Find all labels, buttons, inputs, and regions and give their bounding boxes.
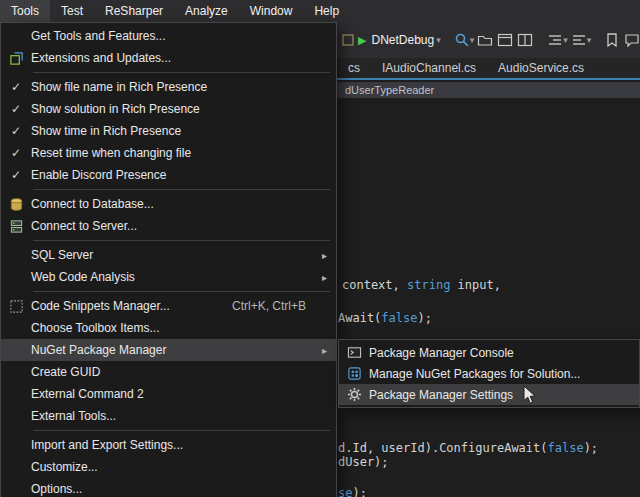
menu-item-label: SQL Server — [31, 248, 336, 262]
menubar-item-resharper[interactable]: ReSharper — [94, 0, 174, 22]
code-text: context, — [342, 278, 407, 292]
debug-target-caret-icon[interactable]: ▾ — [436, 35, 441, 45]
menu-item-label: Code Snippets Manager... — [31, 299, 232, 313]
menubar-item-tools[interactable]: Tools — [0, 0, 50, 22]
bookmark-icon[interactable] — [604, 29, 620, 51]
menu-item-show-solution-rich-presence[interactable]: ✓ Show solution in Rich Presence — [1, 98, 336, 120]
menu-item-label: Show solution in Rich Presence — [31, 102, 336, 116]
server-icon — [1, 219, 31, 234]
menu-item-label: Extensions and Updates... — [31, 51, 336, 65]
start-debugging-icon[interactable]: ▶ — [358, 34, 366, 47]
menu-item-connect-to-server[interactable]: Connect to Server... — [1, 215, 336, 237]
menu-item-label: NuGet Package Manager — [31, 343, 336, 357]
menu-item-label: Manage NuGet Packages for Solution... — [369, 367, 639, 381]
checkmark-icon: ✓ — [1, 80, 31, 94]
checkmark-icon: ✓ — [1, 124, 31, 138]
menu-item-choose-toolbox-items[interactable]: Choose Toolbox Items... — [1, 317, 336, 339]
mouse-cursor — [523, 385, 537, 410]
menu-item-external-tools[interactable]: External Tools... — [1, 405, 336, 427]
menu-item-show-time-rich-presence[interactable]: ✓ Show time in Rich Presence — [1, 120, 336, 142]
menu-item-label: Customize... — [31, 460, 336, 474]
code-keyword: false — [548, 441, 584, 455]
code-text: ); — [352, 486, 366, 497]
open-file-icon[interactable] — [477, 29, 493, 51]
menu-item-options[interactable]: Options... — [1, 478, 336, 497]
menu-item-label: Package Manager Settings — [369, 388, 639, 402]
menu-separator — [33, 430, 330, 431]
menu-item-label: Web Code Analysis — [31, 270, 336, 284]
code-text: input, — [450, 278, 501, 292]
code-line: se); — [338, 486, 367, 497]
menu-item-label: Show time in Rich Presence — [31, 124, 336, 138]
menu-item-import-export-settings[interactable]: Import and Export Settings... — [1, 434, 336, 456]
new-window-icon[interactable] — [497, 29, 513, 51]
split-window-icon[interactable] — [517, 29, 533, 51]
menu-item-label: Create GUID — [31, 365, 336, 379]
menu-item-external-command-2[interactable]: External Command 2 — [1, 383, 336, 405]
find-caret-icon[interactable]: ▾ — [470, 35, 475, 45]
indent-icon[interactable] — [547, 29, 563, 51]
document-tab[interactable]: cs — [337, 58, 371, 78]
menubar-item-help[interactable]: Help — [303, 0, 350, 22]
menu-item-label: Connect to Database... — [31, 197, 336, 211]
code-keyword: false — [381, 311, 417, 325]
console-icon — [339, 345, 369, 360]
code-keyword: string — [407, 278, 450, 292]
submenu-arrow-icon: ▸ — [322, 266, 327, 288]
menu-item-label: External Tools... — [31, 409, 336, 423]
menu-item-get-tools-and-features[interactable]: Get Tools and Features... — [1, 25, 336, 47]
menu-separator — [33, 72, 330, 73]
menu-item-connect-to-database[interactable]: Connect to Database... — [1, 193, 336, 215]
menu-item-code-snippets-manager[interactable]: Code Snippets Manager... Ctrl+K, Ctrl+B — [1, 295, 336, 317]
menu-item-customize[interactable]: Customize... — [1, 456, 336, 478]
document-tab-iaudiochannel[interactable]: IAudioChannel.cs — [371, 58, 487, 78]
tool-icon[interactable] — [340, 29, 356, 51]
menu-item-web-code-analysis[interactable]: Web Code Analysis ▸ — [1, 266, 336, 288]
code-line: dUser); — [338, 455, 389, 469]
menubar-item-window[interactable]: Window — [239, 0, 304, 22]
nuget-packages-icon — [339, 366, 369, 381]
code-text: dUser); — [338, 455, 389, 469]
document-tab-strip: cs IAudioChannel.cs AudioService.cs — [337, 58, 640, 80]
menu-item-shortcut: Ctrl+K, Ctrl+B — [232, 299, 306, 313]
menu-item-extensions-and-updates[interactable]: Extensions and Updates... — [1, 47, 336, 69]
code-text: ); — [584, 441, 598, 455]
code-line: context, string input, — [342, 278, 501, 292]
feedback-icon[interactable] — [624, 29, 640, 51]
indent-caret-icon[interactable]: ▾ — [563, 35, 568, 45]
menubar-item-analyze[interactable]: Analyze — [174, 0, 239, 22]
menu-item-label: Options... — [31, 482, 336, 496]
submenu-item-package-manager-console[interactable]: Package Manager Console — [339, 342, 639, 363]
gear-icon — [339, 387, 369, 402]
menu-item-enable-discord-presence[interactable]: ✓ Enable Discord Presence — [1, 164, 336, 186]
menu-item-sql-server[interactable]: SQL Server ▸ — [1, 244, 336, 266]
checkmark-icon: ✓ — [1, 168, 31, 182]
code-text: ); — [417, 311, 431, 325]
menu-item-label: Import and Export Settings... — [31, 438, 336, 452]
submenu-item-manage-nuget-packages[interactable]: Manage NuGet Packages for Solution... — [339, 363, 639, 384]
tools-menu: Get Tools and Features... Extensions and… — [0, 22, 337, 497]
menubar-item-test[interactable]: Test — [50, 0, 94, 22]
menu-item-show-file-name-rich-presence[interactable]: ✓ Show file name in Rich Presence — [1, 76, 336, 98]
editor-navigation-bar[interactable]: dUserTypeReader — [337, 82, 640, 98]
code-text: d.Id, userId).ConfigureAwait( — [338, 441, 548, 455]
menu-item-create-guid[interactable]: Create GUID — [1, 361, 336, 383]
menu-item-reset-time-when-changing-file[interactable]: ✓ Reset time when changing file — [1, 142, 336, 164]
checkmark-icon: ✓ — [1, 146, 31, 160]
menu-item-label: Package Manager Console — [369, 346, 639, 360]
nuget-package-manager-submenu: Package Manager Console Manage NuGet Pac… — [338, 339, 640, 408]
code-keyword: se — [338, 486, 352, 497]
code-line: Await(false); — [338, 311, 432, 325]
menu-item-label: Reset time when changing file — [31, 146, 336, 160]
menu-separator — [33, 189, 330, 190]
find-icon[interactable] — [454, 29, 470, 51]
submenu-item-package-manager-settings[interactable]: Package Manager Settings — [339, 384, 639, 405]
menu-separator — [33, 291, 330, 292]
outdent-icon[interactable] — [571, 29, 587, 51]
outdent-caret-icon[interactable]: ▾ — [587, 35, 592, 45]
snippets-icon — [1, 299, 31, 314]
debug-target-label[interactable]: DNetDebug — [371, 33, 434, 47]
menu-item-label: Show file name in Rich Presence — [31, 80, 336, 94]
menu-item-nuget-package-manager[interactable]: NuGet Package Manager ▸ — [1, 339, 336, 361]
document-tab-audioservice[interactable]: AudioService.cs — [487, 58, 595, 78]
